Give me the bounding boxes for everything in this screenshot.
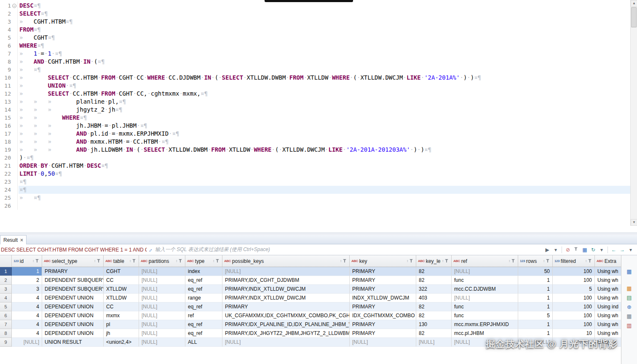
cell-key_len[interactable]: 82 xyxy=(416,276,452,285)
cell-select_type[interactable]: PRIMARY xyxy=(42,267,104,276)
code-text[interactable]: DESC¤¶ xyxy=(19,2,630,10)
filter-query-text[interactable]: DESC SELECT CGHT.HTBM FROM CGHT WHERE 1 … xyxy=(0,247,147,253)
code-text[interactable]: » SELECT·CC.HTBM·FROM·CGHT·CC·WHERE·CC.D… xyxy=(19,74,630,82)
code-line[interactable]: 17» » » AND·pl.id·=·mxmx.ERPJHMXID·¤¶ xyxy=(0,130,630,138)
cell-ref[interactable]: mcc.pl.JHBM xyxy=(452,329,518,338)
cell-type[interactable]: eq_ref xyxy=(185,329,222,338)
cell-partitions[interactable]: [NULL] xyxy=(139,320,185,329)
funnel-icon[interactable] xyxy=(343,259,348,263)
chart-view-icon[interactable]: ▦ xyxy=(625,285,634,292)
grid-view-icon[interactable]: ▦ xyxy=(625,268,634,276)
cell-partitions[interactable]: [NULL] xyxy=(139,311,185,320)
code-line[interactable]: 15» » WHERE¤¶ xyxy=(0,114,630,122)
editor-vertical-scrollbar[interactable]: ▲ ▼ xyxy=(630,0,637,226)
cell-ref[interactable]: [NULL] xyxy=(452,294,518,302)
scroll-up-button[interactable]: ▲ xyxy=(631,0,637,7)
cell-possible_keys[interactable]: PRIMARY xyxy=(222,302,350,311)
funnel-icon[interactable] xyxy=(445,259,450,263)
cell-table[interactable]: mxmx xyxy=(104,311,139,320)
cell-possible_keys[interactable]: UK_CGFAMXMX,IDX_CGHTMXMX_COMBO,PK_CGH xyxy=(222,311,350,320)
cell-type[interactable]: eq_ref xyxy=(185,302,222,311)
row-header[interactable]: 1 xyxy=(0,267,12,276)
row-header[interactable]: 4 xyxy=(0,294,12,302)
cell-partitions[interactable]: [NULL] xyxy=(139,267,185,276)
cell-filtered[interactable]: 5 xyxy=(553,285,595,294)
column-header-table[interactable]: ABCtable↕ xyxy=(104,255,139,267)
cell-type[interactable]: ref xyxy=(185,311,222,320)
code-area[interactable]: 1−DESC¤¶2SELECT¤¶3» CGHT.HTBM¤¶4FROM¤¶5»… xyxy=(0,2,630,210)
row-header[interactable]: 8 xyxy=(0,329,12,338)
cell-rows[interactable]: 1 xyxy=(518,302,553,311)
row-header[interactable]: 2 xyxy=(0,276,12,285)
cell-id[interactable]: 1 xyxy=(12,267,42,276)
vertical-scroll-thumb[interactable] xyxy=(631,7,637,27)
cell-id[interactable]: 2 xyxy=(12,276,42,285)
cell-table[interactable]: jh xyxy=(104,329,139,338)
cell-key_len[interactable]: 82 xyxy=(416,267,452,276)
metadata-panel-icon[interactable]: ▥ xyxy=(625,322,634,329)
code-line[interactable]: 7» 1·=·1·¤¶ xyxy=(0,50,630,58)
cell-table[interactable]: XTLLDW xyxy=(104,285,139,294)
code-text[interactable]: » 1·=·1·¤¶ xyxy=(19,50,630,58)
code-text[interactable]: ¤¶ xyxy=(19,186,630,194)
cell-table[interactable]: XTLLDW xyxy=(104,294,139,302)
clear-filter-icon[interactable]: ⊘ xyxy=(564,246,572,254)
column-header-type[interactable]: ABCtype↕ xyxy=(185,255,222,267)
cell-ref[interactable]: func xyxy=(452,311,518,320)
apply-filter-dropdown[interactable]: ▾ xyxy=(552,246,559,254)
cell-ref[interactable]: func xyxy=(452,276,518,285)
scroll-down-button[interactable]: ▼ xyxy=(631,219,637,226)
code-text[interactable]: » AND·CGHT.HTBM·IN·(¤¶ xyxy=(19,58,630,66)
cell-key_len[interactable]: 82 xyxy=(416,329,452,338)
cell-type[interactable]: eq_ref xyxy=(185,285,222,294)
code-text[interactable]: » » » planline·pl,¤¶ xyxy=(19,98,630,106)
cell-extra[interactable]: Using wh xyxy=(595,267,621,276)
cell-select_type[interactable]: DEPENDENT UNION xyxy=(42,302,104,311)
column-header-ref[interactable]: ABCref↕ xyxy=(452,255,518,267)
cell-key[interactable]: PRIMARY xyxy=(350,329,416,338)
column-header-partitions[interactable]: ABCpartitions↕ xyxy=(139,255,185,267)
cell-key[interactable]: PRIMARY xyxy=(350,267,416,276)
cell-key[interactable]: [NULL] xyxy=(350,338,416,347)
funnel-icon[interactable] xyxy=(216,259,220,263)
code-text[interactable]: » » WHERE¤¶ xyxy=(19,114,630,122)
cell-filtered[interactable]: 100 xyxy=(553,267,595,276)
row-header[interactable]: 3 xyxy=(0,285,12,294)
cell-select_type[interactable]: DEPENDENT UNION xyxy=(42,311,104,320)
code-line[interactable]: 13» » » planline·pl,¤¶ xyxy=(0,98,630,106)
row-header[interactable]: 9 xyxy=(0,338,12,347)
cell-extra[interactable]: Using wh xyxy=(595,276,621,285)
code-line[interactable]: 11» UNION·¤¶ xyxy=(0,82,630,90)
code-line[interactable]: 20)·¤¶ xyxy=(0,154,630,162)
cell-id[interactable]: 4 xyxy=(12,320,42,329)
cell-key_len[interactable]: 322 xyxy=(416,285,452,294)
cell-rows[interactable]: 50 xyxy=(518,267,553,276)
code-text[interactable]: » » » AND·jh.LLDWBM·IN·(·SELECT·XTLLDW.D… xyxy=(19,146,630,154)
code-text[interactable]: » » » jhgytz_2·jh¤¶ xyxy=(19,106,630,114)
cell-id[interactable]: 4 xyxy=(12,311,42,320)
cell-partitions[interactable]: [NULL] xyxy=(139,329,185,338)
row-header[interactable]: 6 xyxy=(0,311,12,320)
code-text[interactable]: » CGHT.HTBM¤¶ xyxy=(19,18,630,26)
cell-key_len[interactable]: 403 xyxy=(416,294,452,302)
cell-type[interactable]: range xyxy=(185,294,222,302)
column-header-select_type[interactable]: ABCselect_type↕ xyxy=(42,255,104,267)
cell-table[interactable]: CC xyxy=(104,276,139,285)
cell-table[interactable]: <union2,4> xyxy=(104,338,139,347)
cell-rows[interactable]: 1 xyxy=(518,329,553,338)
cell-extra[interactable]: Using wh xyxy=(595,329,621,338)
funnel-icon[interactable] xyxy=(179,259,183,263)
column-header-filtered[interactable]: 123filtered↕ xyxy=(553,255,595,267)
code-text[interactable]: » CGHT¤¶ xyxy=(19,34,630,42)
cell-type[interactable]: eq_ref xyxy=(185,276,222,285)
cell-rows[interactable]: 1 xyxy=(518,276,553,285)
code-line[interactable]: 1−DESC¤¶ xyxy=(0,2,630,10)
cell-ref[interactable]: func xyxy=(452,302,518,311)
cell-extra[interactable]: Using wh xyxy=(595,294,621,302)
cell-id[interactable]: [NULL] xyxy=(12,338,42,347)
cell-possible_keys[interactable]: [NULL] xyxy=(222,267,350,276)
cell-extra[interactable]: Using wh xyxy=(595,285,621,294)
code-text[interactable]: » » » jh.JHBM·=·pl.JHBM·¤¶ xyxy=(19,122,630,130)
tab-result[interactable]: Result × xyxy=(0,235,27,244)
cell-rows[interactable]: 5 xyxy=(518,311,553,320)
